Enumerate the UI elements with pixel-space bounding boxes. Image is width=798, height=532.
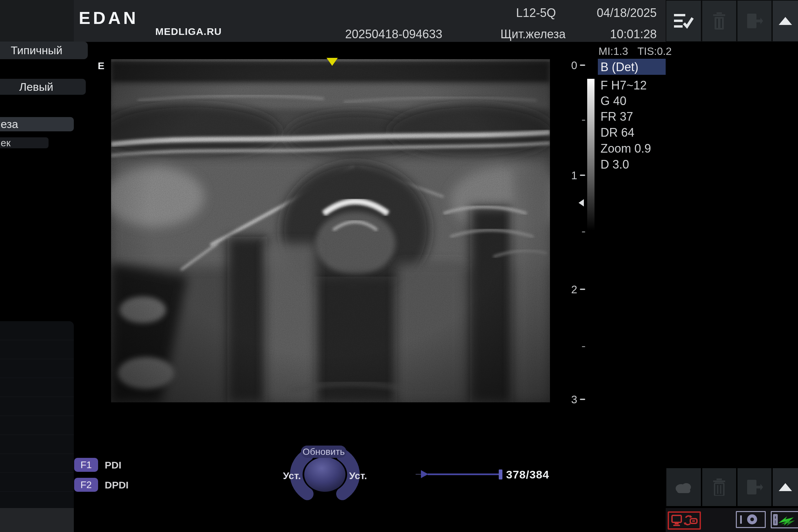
depth-tick [580, 399, 585, 400]
display-disconnected-icon [671, 514, 698, 527]
cloud-icon [673, 480, 694, 494]
sidebar-preset-type-button[interactable]: Типичный [0, 41, 88, 59]
cine-slider-handle[interactable] [499, 470, 502, 479]
param-framerate[interactable]: FR 37 [601, 109, 667, 125]
f1-function-label: PDI [105, 459, 121, 471]
softkey-row [0, 378, 74, 397]
collapse-bottom-toolbar-button[interactable] [773, 468, 798, 506]
ultrasound-screen: EDAN MEDLIGA.RU 20250418-094633 L12-5Q Щ… [0, 0, 798, 532]
ac-power-indicator [771, 511, 798, 528]
cine-slider-track[interactable] [428, 474, 499, 475]
param-depth[interactable]: D 3.0 [601, 157, 667, 172]
update-button-label: Обновить [303, 446, 345, 457]
f2-key-label: F2 [80, 479, 92, 491]
trackball[interactable] [304, 457, 345, 492]
param-frequency[interactable]: F H7~12 [601, 77, 667, 93]
cloud-upload-button[interactable] [666, 468, 701, 506]
export-icon [746, 478, 763, 496]
export-image-button[interactable] [738, 1, 772, 41]
depth-mark-2: 2 [565, 283, 577, 296]
display-disconnected-indicator [668, 511, 701, 530]
depth-tick [580, 289, 585, 290]
softkey-row-list [0, 321, 74, 508]
softkey-row [0, 416, 74, 435]
system-time: 10:01:28 [595, 27, 657, 41]
f2-key[interactable]: F2 [74, 478, 98, 492]
mi-value: MI:1.3 [598, 45, 628, 58]
brand-logo: EDAN [79, 8, 138, 28]
sidebar-item-partial-top[interactable]: еза [0, 117, 74, 131]
collapse-up-icon [779, 17, 792, 25]
depth-tick [580, 174, 585, 176]
exam-preset: Щит.железа [500, 27, 566, 41]
mode-indicator[interactable]: B (Det) [598, 59, 666, 75]
collapse-toolbar-button[interactable] [773, 1, 798, 41]
depth-halftick [582, 231, 585, 232]
set-left-label[interactable]: Уст. [279, 470, 305, 481]
sidebar-item-partial-bottom-label: ек [1, 137, 11, 149]
param-zoom[interactable]: Zoom 0.9 [601, 141, 667, 156]
bottom-left-strip [0, 508, 74, 532]
f1-key[interactable]: F1 [74, 458, 98, 472]
sidebar-item-partial-bottom[interactable]: ек [0, 137, 49, 148]
grayscale-bar [587, 79, 594, 230]
param-gain[interactable]: G 40 [601, 93, 667, 109]
worklist-check-icon [673, 13, 694, 29]
depth-tick [580, 64, 585, 66]
export-clip-button[interactable] [738, 468, 772, 506]
header-left-zone [0, 0, 74, 42]
depth-halftick [582, 346, 585, 347]
sidebar-preset-type-label: Типичный [11, 44, 62, 57]
softkey-row [0, 473, 74, 491]
f2-function-label: DPDI [105, 479, 129, 491]
probe-name: L12-5Q [516, 6, 556, 20]
ultrasound-image[interactable] [111, 57, 550, 402]
ultrasound-scan-render [111, 57, 550, 402]
softkey-row [0, 340, 74, 359]
delete-image-button[interactable] [702, 1, 736, 41]
collapse-up-icon [779, 483, 792, 491]
system-date: 04/18/2025 [595, 6, 657, 20]
orientation-marker: E [98, 60, 104, 72]
brand-subtitle: MEDLIGA.RU [155, 26, 222, 37]
mode-label: B (Det) [598, 60, 639, 74]
focus-position-marker[interactable] [578, 199, 584, 207]
softkey-row [0, 435, 74, 454]
disc-drive-indicator [736, 511, 766, 528]
cine-slider-start-arrow [421, 470, 428, 478]
depth-mark-3: 3 [565, 393, 577, 406]
depth-mark-1: 1 [565, 169, 577, 182]
f1-key-label: F1 [80, 459, 92, 471]
softkey-row [0, 454, 74, 473]
depth-halftick [582, 120, 585, 121]
worklist-check-button[interactable] [666, 1, 701, 41]
softkey-row [0, 321, 74, 340]
param-dynamic-range[interactable]: DR 64 [601, 125, 667, 140]
update-button[interactable]: Обновить [301, 445, 346, 458]
softkey-row [0, 397, 74, 416]
softkey-row [0, 491, 74, 508]
softkey-row [0, 359, 74, 378]
export-icon [746, 12, 763, 30]
sidebar-item-partial-top-label: еза [1, 118, 18, 131]
sidebar-side-label: Левый [19, 80, 54, 93]
tis-value: TIS:0.2 [638, 45, 672, 58]
cine-frame-counter: 378/384 [506, 468, 549, 481]
sidebar-side-button[interactable]: Левый [0, 79, 86, 95]
trash-icon [712, 478, 726, 496]
trash-icon [712, 12, 726, 30]
set-right-label[interactable]: Уст. [345, 470, 372, 481]
delete-clip-button[interactable] [702, 468, 736, 506]
disc-drive-icon [737, 513, 763, 526]
exam-id: 20250418-094633 [345, 27, 442, 41]
depth-mark-0: 0 [565, 59, 577, 72]
ac-power-icon [772, 513, 796, 526]
